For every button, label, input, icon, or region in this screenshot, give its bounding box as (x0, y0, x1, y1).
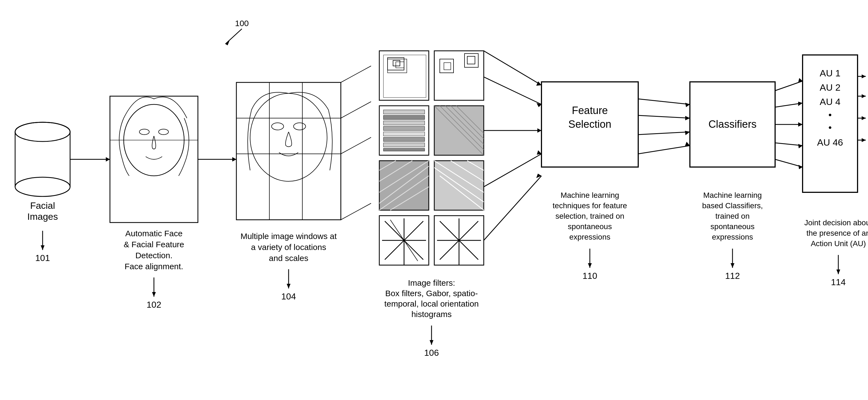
svg-marker-102 (685, 142, 690, 146)
svg-line-29 (341, 66, 371, 82)
ref-102: 102 (147, 300, 161, 310)
au-sub3: Action Unit (AU) (811, 239, 866, 248)
image-filters-label: Image filters: (408, 278, 455, 287)
image-filters-label4: histograms (411, 310, 452, 319)
image-windows-label2: a variety of locations (251, 242, 326, 252)
classifiers-sub2: based Classifiers, (702, 201, 763, 210)
svg-line-32 (341, 203, 371, 220)
svg-rect-45 (383, 126, 425, 131)
diagram-container: 100 Facial Images 101 (0, 0, 868, 400)
svg-line-99 (638, 132, 690, 135)
feature-selection-sub2: techniques for feature (553, 201, 627, 210)
au-sub2: the presence of an (806, 229, 868, 237)
svg-rect-56 (379, 161, 429, 210)
ref-104: 104 (281, 292, 296, 301)
ref-106: 106 (424, 348, 439, 358)
svg-line-95 (638, 99, 690, 104)
svg-rect-42 (383, 110, 425, 114)
au4-label: AU 4 (819, 96, 840, 107)
svg-marker-85 (537, 128, 541, 133)
classifiers-sub3: trained on (715, 212, 750, 220)
svg-marker-20 (232, 157, 237, 162)
au-sub1: Joint decision about (804, 219, 868, 227)
svg-line-88 (484, 176, 541, 240)
svg-marker-100 (685, 131, 690, 135)
svg-marker-34 (287, 284, 290, 289)
ref-114: 114 (831, 277, 845, 287)
svg-marker-111 (798, 122, 803, 127)
classifiers-label: Classifiers (708, 119, 756, 130)
svg-line-114 (775, 159, 803, 167)
au46-label: AU 46 (817, 137, 843, 147)
image-windows-label3: and scales (269, 254, 308, 263)
svg-marker-18 (152, 292, 156, 297)
svg-rect-43 (383, 115, 425, 120)
svg-rect-63 (434, 161, 484, 210)
svg-line-97 (638, 115, 690, 118)
svg-line-86 (484, 154, 541, 187)
svg-marker-109 (798, 102, 803, 106)
svg-rect-38 (434, 51, 484, 100)
face-detection-label3: Detection. (135, 251, 172, 260)
svg-marker-9 (41, 245, 44, 250)
svg-marker-118 (862, 74, 866, 78)
svg-marker-89 (536, 174, 541, 178)
classifiers-sub1: Machine learning (703, 191, 762, 199)
feature-selection-sub4: spontaneous (568, 222, 612, 231)
au-dot1: • (829, 110, 832, 120)
image-filters-label2: Box filters, Gabor, spatio- (385, 289, 478, 298)
face-detection-label: Automatic Face (125, 229, 183, 238)
svg-rect-49 (383, 148, 425, 151)
svg-line-31 (341, 137, 371, 154)
svg-point-6 (15, 177, 70, 196)
facial-images-label: Facial (30, 200, 55, 211)
au2-label: AU 2 (819, 82, 840, 93)
svg-marker-126 (836, 269, 840, 274)
face-detection-label2: & Facial Feature (124, 240, 184, 249)
ref-100: 100 (235, 19, 249, 28)
image-filters-label3: temporal, local orientation (384, 299, 479, 308)
svg-marker-94 (588, 263, 592, 268)
svg-marker-120 (862, 94, 866, 98)
face-detection-label4: Face alignment. (125, 262, 183, 271)
feature-selection-label2: Selection (568, 119, 611, 130)
svg-line-101 (638, 145, 690, 154)
svg-marker-122 (862, 116, 866, 120)
svg-line-106 (775, 81, 803, 91)
svg-marker-115 (799, 165, 803, 169)
svg-line-0 (225, 29, 242, 44)
classifiers-sub5: expressions (712, 233, 753, 241)
feature-selection-sub3: selection, trained on (556, 212, 624, 220)
classifiers-sub4: spontaneous (711, 222, 754, 231)
ref-112: 112 (725, 271, 740, 281)
svg-marker-91 (536, 81, 541, 86)
svg-marker-81 (430, 340, 433, 345)
svg-marker-98 (685, 116, 690, 120)
svg-rect-47 (383, 137, 425, 141)
svg-marker-113 (798, 144, 803, 148)
svg-marker-105 (731, 263, 735, 268)
ref-101: 101 (35, 253, 50, 263)
svg-marker-124 (862, 138, 866, 142)
facial-images-label2: Images (27, 211, 58, 222)
svg-line-30 (341, 102, 371, 118)
svg-line-90 (484, 51, 541, 85)
au1-label: AU 1 (819, 68, 840, 78)
svg-rect-44 (383, 121, 425, 125)
svg-marker-96 (685, 103, 690, 107)
feature-selection-sub5: expressions (569, 233, 610, 241)
svg-line-82 (484, 77, 541, 104)
image-windows-label: Multiple image windows at (241, 232, 337, 241)
svg-marker-11 (106, 157, 110, 162)
svg-rect-48 (383, 143, 425, 147)
au-dot2: • (829, 122, 832, 133)
feature-selection-sub1: Machine learning (560, 191, 619, 199)
svg-rect-46 (383, 132, 425, 136)
ref-110: 110 (582, 271, 597, 281)
feature-selection-label: Feature (572, 105, 608, 116)
